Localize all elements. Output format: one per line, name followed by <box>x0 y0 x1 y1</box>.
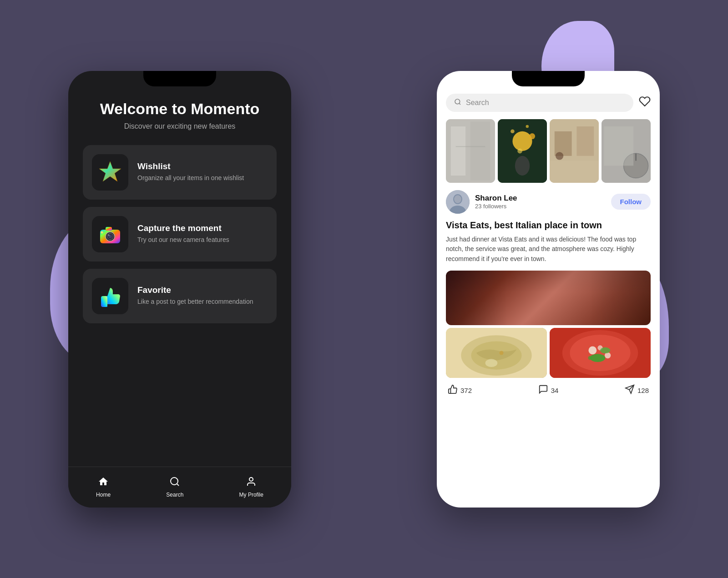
svg-point-6 <box>108 234 110 236</box>
svg-marker-0 <box>99 161 121 181</box>
favorite-icon-wrap <box>92 278 128 314</box>
user-avatar <box>446 190 470 214</box>
left-phone: Welcome to Momento Discover our exciting… <box>68 71 291 508</box>
svg-point-51 <box>588 356 592 360</box>
star-icon <box>97 160 123 185</box>
post-title: Vista Eats, best Italian place in town <box>446 219 651 231</box>
follow-button[interactable]: Follow <box>611 194 651 210</box>
svg-rect-28 <box>550 161 599 182</box>
nav-profile-label: My Profile <box>239 492 263 498</box>
svg-rect-16 <box>470 121 490 181</box>
camera-desc: Try out our new camera features <box>137 235 268 244</box>
svg-point-7 <box>101 231 103 233</box>
feature-card-favorite[interactable]: Favorite Like a post to get better recom… <box>83 269 277 323</box>
svg-point-45 <box>570 335 630 371</box>
svg-rect-32 <box>604 126 633 166</box>
svg-point-11 <box>249 477 253 481</box>
svg-point-19 <box>512 131 532 151</box>
search-nav-icon <box>169 476 180 490</box>
share-icon <box>625 384 635 397</box>
post-main-image <box>446 271 651 325</box>
favorite-desc: Like a post to get better recommendation <box>137 297 268 306</box>
wishlist-text: Wishlist Organize all your items in one … <box>137 161 268 182</box>
svg-point-29 <box>556 152 563 160</box>
wishlist-icon-wrap <box>92 154 128 191</box>
shares-action[interactable]: 128 <box>625 384 649 397</box>
phone-notch-right <box>512 71 585 86</box>
favorite-title: Favorite <box>137 285 268 295</box>
feature-card-wishlist[interactable]: Wishlist Organize all your items in one … <box>83 145 277 200</box>
shares-count: 128 <box>637 387 649 394</box>
photo-grid-item-3 <box>550 119 599 183</box>
profile-name: Sharon Lee <box>475 194 606 203</box>
profile-nav-icon <box>246 476 257 490</box>
welcome-subtitle: Discover our exciting new features <box>124 122 236 131</box>
wishlist-title: Wishlist <box>137 161 268 171</box>
photo-grid-item-4 <box>602 119 651 183</box>
likes-count: 372 <box>460 387 472 394</box>
favorite-text: Favorite Like a post to get better recom… <box>137 285 268 306</box>
like-icon <box>448 384 458 397</box>
svg-rect-26 <box>555 131 572 156</box>
profile-followers: 23 followers <box>475 203 606 210</box>
svg-point-9 <box>171 477 178 485</box>
heart-button[interactable] <box>639 95 651 110</box>
phone-notch-left <box>143 71 216 86</box>
wishlist-desc: Organize all your items in one wishlist <box>137 173 268 182</box>
svg-point-46 <box>588 346 597 354</box>
camera-text: Capture the moment Try out our new camer… <box>137 223 268 244</box>
svg-point-49 <box>590 354 605 362</box>
welcome-title: Welcome to Momento <box>100 100 260 118</box>
svg-rect-2 <box>106 227 112 231</box>
search-icon <box>454 98 461 107</box>
nav-item-profile[interactable]: My Profile <box>239 476 263 498</box>
search-bar[interactable]: Search <box>446 94 633 112</box>
svg-point-20 <box>511 129 515 133</box>
profile-info: Sharon Lee 23 followers <box>475 194 606 210</box>
post-food-image-2 <box>550 328 651 378</box>
feature-card-camera[interactable]: Capture the moment Try out our new camer… <box>83 207 277 261</box>
svg-line-13 <box>459 103 460 105</box>
left-phone-content: Welcome to Momento Discover our exciting… <box>68 86 291 467</box>
svg-rect-27 <box>576 126 594 156</box>
home-icon <box>98 476 109 490</box>
svg-rect-15 <box>451 126 465 176</box>
photo-grid-item-1 <box>446 119 495 183</box>
svg-point-21 <box>529 133 535 139</box>
post-body: Just had dinner at Vista Eats and it was… <box>446 235 651 264</box>
svg-rect-8 <box>101 296 107 307</box>
profile-row: Sharon Lee 23 followers Follow <box>446 190 651 214</box>
search-row: Search <box>446 94 651 112</box>
search-placeholder-text: Search <box>466 99 489 107</box>
svg-point-22 <box>517 148 522 153</box>
photo-grid <box>446 119 651 183</box>
camera-icon-wrap <box>92 216 128 252</box>
svg-point-37 <box>454 195 461 203</box>
camera-icon <box>97 221 123 247</box>
svg-line-10 <box>177 484 179 486</box>
svg-point-23 <box>526 125 529 127</box>
svg-point-12 <box>455 99 460 104</box>
scene: Welcome to Momento Discover our exciting… <box>68 39 660 539</box>
nav-search-label: Search <box>166 492 183 498</box>
comments-count: 34 <box>551 387 559 394</box>
nav-item-search[interactable]: Search <box>166 476 183 498</box>
svg-point-24 <box>515 156 530 175</box>
svg-point-50 <box>600 347 610 353</box>
right-phone: Search <box>437 71 660 508</box>
comments-action[interactable]: 34 <box>538 384 559 397</box>
camera-title: Capture the moment <box>137 223 268 233</box>
svg-rect-17 <box>456 146 485 147</box>
likes-action[interactable]: 372 <box>448 384 472 397</box>
svg-point-42 <box>500 351 504 355</box>
photo-grid-item-2 <box>498 119 547 183</box>
action-bar: 372 34 <box>446 384 651 404</box>
svg-point-41 <box>485 359 498 367</box>
comment-icon <box>538 384 548 397</box>
nav-item-home[interactable]: Home <box>96 476 111 498</box>
thumbs-up-icon <box>97 283 123 309</box>
post-image-row <box>446 328 651 378</box>
post-food-image-1 <box>446 328 547 378</box>
nav-home-label: Home <box>96 492 111 498</box>
bottom-nav: Home Search My Profile <box>68 467 291 508</box>
